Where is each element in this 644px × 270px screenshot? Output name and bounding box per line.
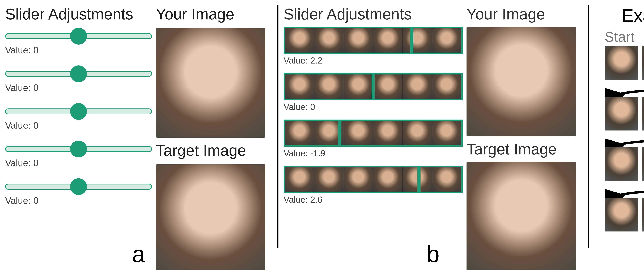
exploration-face bbox=[604, 97, 638, 130]
slider-thumb[interactable] bbox=[70, 66, 87, 82]
panel-a: Slider Adjustments Value: 0 Value: 0 Val… bbox=[0, 0, 277, 270]
filmstrip-frame bbox=[314, 167, 344, 192]
filmstrip-frame bbox=[402, 121, 432, 145]
filmstrip-frame bbox=[344, 74, 373, 99]
exploration-face bbox=[604, 147, 638, 181]
exploration-face bbox=[604, 46, 638, 80]
slider-basic-2[interactable] bbox=[5, 103, 152, 119]
filmstrip-frame bbox=[344, 28, 373, 52]
filmstrip-frame bbox=[314, 74, 344, 99]
panel-letter-b: b bbox=[426, 241, 440, 268]
slider-value-label: Value: 0 bbox=[5, 45, 152, 56]
filmstrip-slider-3[interactable] bbox=[284, 166, 463, 193]
slider-thumb[interactable] bbox=[70, 141, 87, 158]
filmstrip-marker[interactable] bbox=[418, 166, 420, 193]
divider-bc bbox=[588, 5, 589, 248]
filmstrip-slider-2[interactable] bbox=[284, 120, 463, 146]
slider-basic-4[interactable] bbox=[5, 178, 152, 194]
panel-c-start-label: Start bbox=[604, 28, 644, 45]
filmstrip-value-label: Value: 2.2 bbox=[284, 56, 463, 66]
filmstrip-frame bbox=[285, 74, 314, 99]
filmstrip-frame bbox=[373, 121, 402, 145]
filmstrip-frame bbox=[402, 28, 432, 52]
divider-ab bbox=[277, 5, 278, 248]
panel-c: Example: User exploration path (Not part… bbox=[589, 0, 644, 270]
panel-c-bottom-labels: Solution Target bbox=[594, 234, 644, 252]
exploration-face bbox=[642, 147, 644, 181]
exploration-face bbox=[642, 198, 644, 232]
filmstrip-frame bbox=[285, 167, 314, 192]
slider-thumb[interactable] bbox=[70, 178, 87, 195]
filmstrip-frame bbox=[344, 167, 373, 192]
exploration-face bbox=[642, 97, 644, 130]
target-image-a bbox=[156, 164, 265, 270]
your-image-b bbox=[466, 27, 576, 136]
slider-value-label: Value: 0 bbox=[5, 120, 152, 130]
exploration-row bbox=[604, 147, 644, 181]
slider-basic-1[interactable] bbox=[5, 66, 152, 81]
slider-value-label: Value: 0 bbox=[5, 82, 152, 93]
filmstrip-value-label: Value: 2.6 bbox=[284, 194, 463, 204]
target-image-b bbox=[466, 162, 576, 270]
panel-b-your-heading: Your Image bbox=[466, 5, 582, 23]
filmstrip-value-label: Value: 0 bbox=[284, 102, 463, 112]
panel-a-sliders-column: Slider Adjustments Value: 0 Value: 0 Val… bbox=[5, 5, 156, 265]
filmstrip-marker[interactable] bbox=[338, 120, 341, 146]
exploration-arrow bbox=[604, 184, 644, 198]
filmstrip-frame bbox=[344, 121, 373, 145]
panel-b: Slider Adjustments Value: 2.2 Value: 0 V… bbox=[278, 0, 588, 270]
slider-thumb[interactable] bbox=[70, 28, 87, 44]
panel-a-images-column: Your Image Target Image bbox=[156, 5, 272, 265]
slider-thumb[interactable] bbox=[70, 103, 87, 120]
slider-value-label: Value: 0 bbox=[5, 195, 152, 206]
panel-b-target-heading: Target Image bbox=[466, 140, 582, 158]
filmstrip-marker[interactable] bbox=[410, 27, 414, 54]
filmstrip-frame bbox=[373, 167, 402, 192]
exploration-row bbox=[604, 46, 644, 80]
panel-letter-a: a bbox=[132, 241, 145, 268]
exploration-row bbox=[604, 97, 644, 130]
panel-c-title: Example: User exploration path (Not part… bbox=[594, 5, 644, 26]
slider-value-label: Value: 0 bbox=[5, 158, 152, 168]
filmstrip-slider-1[interactable] bbox=[284, 73, 463, 100]
filmstrip-slider-0[interactable] bbox=[284, 27, 463, 54]
slider-basic-0[interactable] bbox=[5, 28, 152, 44]
filmstrip-value-label: Value: -1.9 bbox=[284, 148, 463, 158]
exploration-arrow bbox=[604, 133, 644, 147]
panel-a-slider-heading: Slider Adjustments bbox=[5, 5, 152, 23]
exploration-face bbox=[642, 46, 644, 80]
figure-container: Slider Adjustments Value: 0 Value: 0 Val… bbox=[0, 0, 644, 270]
filmstrip-marker[interactable] bbox=[372, 73, 375, 100]
filmstrip-frame bbox=[285, 121, 314, 145]
panel-b-sliders-column: Slider Adjustments Value: 2.2 Value: 0 V… bbox=[284, 5, 466, 265]
your-image-a bbox=[156, 28, 265, 138]
filmstrip-frame bbox=[285, 28, 314, 52]
panel-a-target-heading: Target Image bbox=[156, 142, 272, 159]
exploration-face bbox=[604, 198, 638, 232]
filmstrip-frame bbox=[432, 28, 461, 52]
filmstrip-frame bbox=[373, 74, 402, 99]
filmstrip-frame bbox=[432, 121, 461, 145]
exploration-row bbox=[604, 198, 644, 232]
filmstrip-frame bbox=[373, 28, 402, 52]
slider-basic-3[interactable] bbox=[5, 141, 152, 156]
exploration-arrow bbox=[604, 82, 644, 97]
filmstrip-frame bbox=[402, 167, 432, 192]
panel-a-your-heading: Your Image bbox=[156, 5, 272, 23]
filmstrip-frame bbox=[314, 28, 344, 52]
filmstrip-frame bbox=[432, 167, 461, 192]
filmstrip-frame bbox=[402, 74, 432, 99]
panel-b-images-column: Your Image Target Image bbox=[466, 5, 582, 265]
filmstrip-frame bbox=[432, 74, 461, 99]
panel-b-slider-heading: Slider Adjustments bbox=[284, 5, 463, 23]
